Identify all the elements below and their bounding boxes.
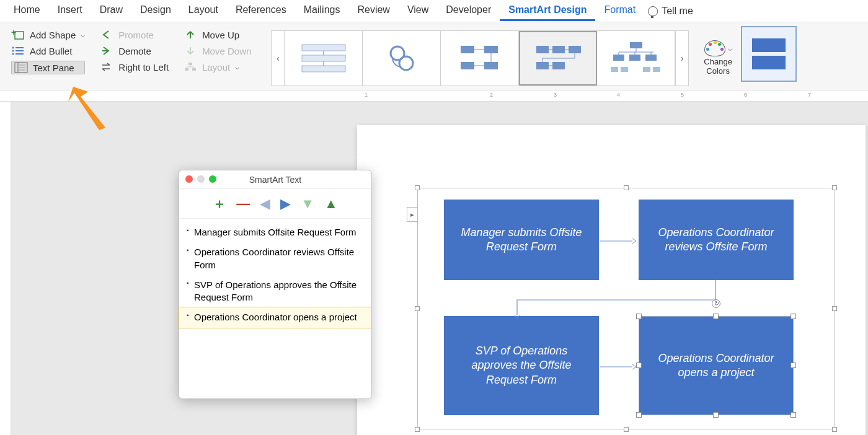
resize-handle[interactable] [415, 185, 420, 190]
smartart-box-1[interactable]: Manager submits Offsite Request Form [444, 200, 599, 280]
vertical-ruler[interactable] [0, 102, 11, 435]
layouts-gallery: ‹ › [271, 26, 689, 90]
gallery-prev-button[interactable]: ‹ [271, 30, 285, 86]
panel-list: Manager submits Offsite Request Form Ope… [179, 219, 371, 332]
gallery-item-2[interactable] [363, 31, 441, 86]
demote-label: Demote [118, 46, 151, 56]
smartart-frame[interactable]: ▸ Manager submits Offsite Request Form O… [417, 188, 835, 429]
resize-handle[interactable] [415, 306, 420, 311]
tab-smartart-design[interactable]: SmartArt Design [500, 1, 595, 21]
svg-rect-26 [536, 46, 549, 53]
smartart-box-3[interactable]: SVP of Operations approves the Offsite R… [444, 316, 599, 415]
panel-toolbar: ＋ — ◀ ▶ ▼ ▲ [179, 189, 371, 219]
svg-rect-16 [192, 68, 196, 71]
svg-rect-14 [188, 63, 192, 65]
resize-handle[interactable] [415, 427, 420, 432]
add-shape-button[interactable]: + Add Shape ⌵ [11, 29, 85, 41]
bullet-list-icon [11, 45, 25, 57]
add-shape-icon: + [11, 29, 25, 41]
svg-rect-29 [536, 62, 549, 69]
resize-handle[interactable] [790, 314, 796, 319]
resize-handle[interactable] [832, 427, 837, 432]
smartart-box-2[interactable]: Operations Coordinator reviews Offsite F… [639, 200, 794, 280]
ribbon-tabs: Home Insert Draw Design Layout Reference… [0, 0, 868, 22]
smartart-box-4[interactable]: Operations Coordinator opens a project [639, 316, 794, 415]
resize-handle[interactable] [624, 185, 629, 190]
window-controls[interactable] [185, 175, 216, 183]
connector-arrow-icon [600, 362, 637, 373]
panel-titlebar[interactable]: SmartArt Text [179, 170, 371, 189]
gallery-item-5[interactable] [597, 31, 675, 86]
ruler-tick: 2 [490, 92, 493, 98]
resize-handle[interactable] [624, 427, 629, 432]
minimize-icon [197, 175, 205, 183]
remove-icon[interactable]: — [236, 196, 250, 212]
resize-handle[interactable] [832, 185, 837, 190]
add-icon[interactable]: ＋ [213, 195, 226, 213]
svg-point-2 [12, 47, 14, 49]
tab-design[interactable]: Design [131, 1, 180, 21]
list-item[interactable]: Operations Coordinator reviews Offsite F… [179, 242, 371, 275]
move-down-icon[interactable]: ▼ [301, 196, 314, 212]
svg-rect-33 [629, 55, 640, 61]
smartart-style-thumb[interactable] [741, 26, 797, 82]
list-item[interactable]: SVP of Operations approves the Offsite R… [179, 275, 371, 308]
svg-rect-32 [613, 55, 624, 61]
zoom-icon[interactable] [209, 175, 216, 183]
chevron-down-icon: ⌵ [728, 44, 732, 53]
svg-rect-23 [484, 46, 498, 53]
close-icon[interactable] [185, 175, 193, 183]
tab-mailings[interactable]: Mailings [295, 1, 349, 21]
resize-handle[interactable] [636, 412, 642, 418]
resize-handle[interactable] [713, 412, 719, 418]
tell-me-label: Tell me [662, 6, 693, 17]
lightbulb-icon [648, 6, 658, 16]
smartart-text-panel[interactable]: SmartArt Text ＋ — ◀ ▶ ▼ ▲ Manager submit… [179, 170, 372, 399]
layout-label: Layout [202, 62, 230, 72]
tab-developer[interactable]: Developer [437, 1, 500, 21]
gallery-next-button[interactable]: › [675, 30, 689, 86]
tab-review[interactable]: Review [348, 1, 398, 21]
demote-icon[interactable]: ▶ [280, 196, 291, 212]
svg-rect-38 [653, 67, 660, 72]
tab-references[interactable]: References [227, 1, 295, 21]
hierarchy-icon [184, 61, 197, 73]
gallery-item-1[interactable] [285, 31, 363, 86]
svg-point-6 [12, 53, 14, 55]
horizontal-ruler[interactable]: 1 2 3 4 5 6 7 [0, 90, 868, 102]
text-pane-icon [14, 61, 28, 74]
svg-rect-17 [302, 45, 345, 51]
arrow-down-icon [184, 45, 197, 57]
tab-layout[interactable]: Layout [180, 1, 227, 21]
right-to-left-button[interactable]: Right to Left [100, 61, 169, 73]
text-pane-button[interactable]: Text Pane [11, 61, 85, 74]
expand-text-pane-button[interactable]: ▸ [407, 207, 418, 222]
demote-button[interactable]: Demote [100, 45, 169, 57]
tab-home[interactable]: Home [5, 1, 49, 21]
change-colors-button[interactable]: ⌵ Change Colors [704, 26, 732, 90]
add-bullet-label: Add Bullet [30, 46, 72, 56]
gallery-item-4[interactable] [519, 31, 597, 86]
add-bullet-button[interactable]: Add Bullet [11, 45, 85, 57]
svg-rect-28 [569, 46, 581, 53]
promote-icon[interactable]: ◀ [260, 196, 270, 212]
resize-handle[interactable] [832, 306, 837, 311]
move-up-button[interactable]: Move Up [184, 29, 251, 41]
ruler-tick: 3 [554, 92, 557, 98]
list-item[interactable]: Operations Coordinator opens a project [179, 307, 371, 327]
resize-handle[interactable] [790, 412, 796, 418]
ribbon: + Add Shape ⌵ Add Bullet Text Pane Promo… [0, 22, 868, 90]
gallery-item-3[interactable] [441, 31, 519, 86]
svg-rect-30 [552, 62, 565, 69]
tab-view[interactable]: View [399, 1, 437, 21]
resize-handle[interactable] [790, 362, 796, 368]
tab-format[interactable]: Format [595, 1, 644, 21]
move-up-icon[interactable]: ▲ [324, 196, 338, 212]
tab-insert[interactable]: Insert [49, 1, 91, 21]
svg-rect-5 [16, 50, 24, 51]
list-item[interactable]: Manager submits Offsite Request Form [179, 222, 371, 242]
svg-rect-24 [461, 62, 474, 69]
tell-me[interactable]: Tell me [648, 6, 693, 17]
svg-rect-37 [643, 67, 650, 72]
tab-draw[interactable]: Draw [91, 1, 131, 21]
